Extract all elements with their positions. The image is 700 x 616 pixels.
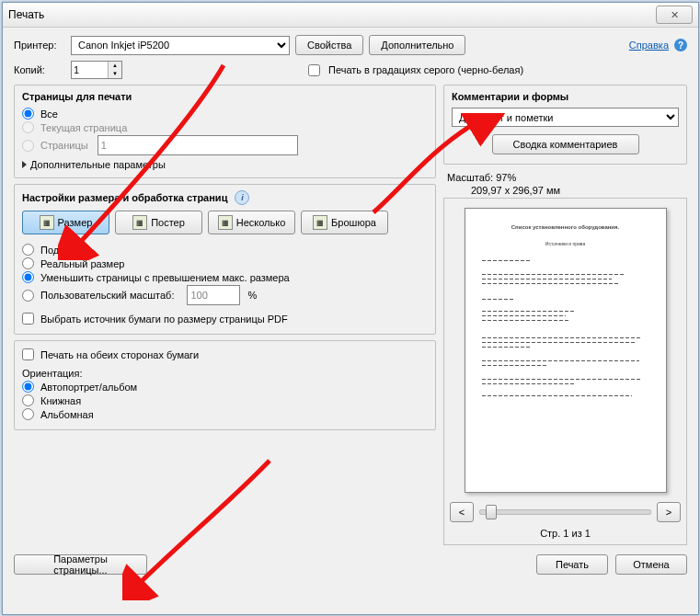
help-link[interactable]: Справка xyxy=(629,40,669,51)
print-button[interactable]: Печать xyxy=(536,554,608,575)
titlebar: Печать ✕ xyxy=(3,3,698,28)
advanced-button[interactable]: Дополнительно xyxy=(369,35,465,55)
window-title: Печать xyxy=(8,8,44,21)
shrink-label: Уменьшить страницы с превышением макс. р… xyxy=(40,272,290,283)
orient-landscape-radio[interactable] xyxy=(22,408,34,420)
tab-poster[interactable]: ▦Постер xyxy=(115,211,202,234)
pages-title: Страницы для печати xyxy=(22,91,428,102)
page-preview: Список установленного оборудования. Исто… xyxy=(465,208,667,493)
summary-button[interactable]: Сводка комментариев xyxy=(492,134,639,154)
both-sides-checkbox[interactable] xyxy=(22,348,34,360)
custom-label: Пользовательский масштаб: xyxy=(40,290,174,301)
orient-landscape-label: Альбомная xyxy=(40,409,94,420)
pages-all-label: Все xyxy=(40,108,58,120)
help-icon[interactable]: ? xyxy=(674,39,687,51)
copies-label: Копий: xyxy=(14,64,65,75)
orient-auto-radio[interactable] xyxy=(22,381,34,393)
pages-range-label: Страницы xyxy=(40,140,88,151)
pages-range-radio xyxy=(22,140,34,152)
pages-all-radio[interactable] xyxy=(22,108,34,120)
shrink-radio[interactable] xyxy=(22,271,34,283)
comments-select[interactable]: Документ и пометки xyxy=(452,108,679,127)
orient-portrait-radio[interactable] xyxy=(22,394,34,406)
actual-label: Реальный размер xyxy=(40,258,124,269)
prev-page-button[interactable]: < xyxy=(450,502,474,522)
size-icon: ▦ xyxy=(40,215,54,230)
next-page-button[interactable]: > xyxy=(657,502,681,522)
orient-auto-label: Автопортрет/альбом xyxy=(40,382,137,393)
page-slider[interactable] xyxy=(479,509,651,515)
preview-area: Список установленного оборудования. Исто… xyxy=(443,198,687,545)
printer-select[interactable]: Canon Inkjet iP5200 xyxy=(71,36,290,55)
orient-portrait-label: Книжная xyxy=(40,395,81,406)
properties-button[interactable]: Свойства xyxy=(295,35,363,55)
pages-range-input xyxy=(98,135,298,155)
both-sides-label: Печать на обеих сторонах бумаги xyxy=(40,349,199,360)
poster-icon: ▦ xyxy=(132,215,147,230)
printer-label: Принтер: xyxy=(14,40,65,51)
page-dims: 209,97 x 296,97 мм xyxy=(471,185,687,196)
pages-group: Страницы для печати Все Текущая страница… xyxy=(14,85,436,178)
grayscale-label: Печать в градациях серого (черно-белая) xyxy=(328,64,523,75)
copies-spinner[interactable]: 1 ▲▼ xyxy=(71,61,122,79)
fit-label: Подогнать xyxy=(40,245,89,256)
comments-title: Комментарии и формы xyxy=(452,91,679,102)
scale-value: 97% xyxy=(496,172,516,183)
print-dialog: Печать ✕ Принтер: Canon Inkjet iP5200 Св… xyxy=(2,2,699,615)
orientation-label: Ориентация: xyxy=(22,368,428,379)
scale-label: Масштаб: xyxy=(447,172,493,183)
more-options-label: Дополнительные параметры xyxy=(30,159,166,170)
triangle-icon xyxy=(22,161,27,168)
pages-current-label: Текущая страница xyxy=(40,122,127,133)
page-counter: Стр. 1 из 1 xyxy=(450,528,681,539)
booklet-icon: ▦ xyxy=(313,215,327,230)
more-options[interactable]: Дополнительные параметры xyxy=(22,159,428,170)
cancel-button[interactable]: Отмена xyxy=(615,554,687,575)
copies-value: 1 xyxy=(74,64,79,75)
custom-radio[interactable] xyxy=(22,290,34,302)
fit-radio[interactable] xyxy=(22,244,34,256)
multiple-icon: ▦ xyxy=(218,215,233,230)
grayscale-checkbox[interactable] xyxy=(308,64,320,76)
tab-multiple[interactable]: ▦Несколько xyxy=(208,211,295,234)
pages-current-radio xyxy=(22,121,34,133)
paper-source-label: Выбрать источник бумаги по размеру стран… xyxy=(40,314,288,325)
preview-doc-title: Список установленного оборудования. xyxy=(482,223,649,232)
sizing-group: Настройки размера и обработка страниц i … xyxy=(14,184,436,335)
preview-doc-sub: Источники и права xyxy=(482,241,649,248)
page-setup-button[interactable]: Параметры страницы... xyxy=(14,554,147,575)
tab-size[interactable]: ▦Размер xyxy=(22,211,109,234)
paper-source-checkbox[interactable] xyxy=(22,313,34,325)
pct-label: % xyxy=(247,290,257,301)
sizing-title: Настройки размера и обработка страниц xyxy=(22,192,227,203)
close-button[interactable]: ✕ xyxy=(656,6,693,24)
custom-scale-input xyxy=(187,285,240,305)
slider-thumb[interactable] xyxy=(486,505,497,519)
comments-group: Комментарии и формы Документ и пометки С… xyxy=(443,85,687,165)
actual-radio[interactable] xyxy=(22,257,34,269)
spinner-arrows[interactable]: ▲▼ xyxy=(108,62,121,78)
tab-booklet[interactable]: ▦Брошюра xyxy=(301,211,388,234)
info-icon[interactable]: i xyxy=(235,190,249,205)
duplex-group: Печать на обеих сторонах бумаги Ориентац… xyxy=(14,340,436,430)
